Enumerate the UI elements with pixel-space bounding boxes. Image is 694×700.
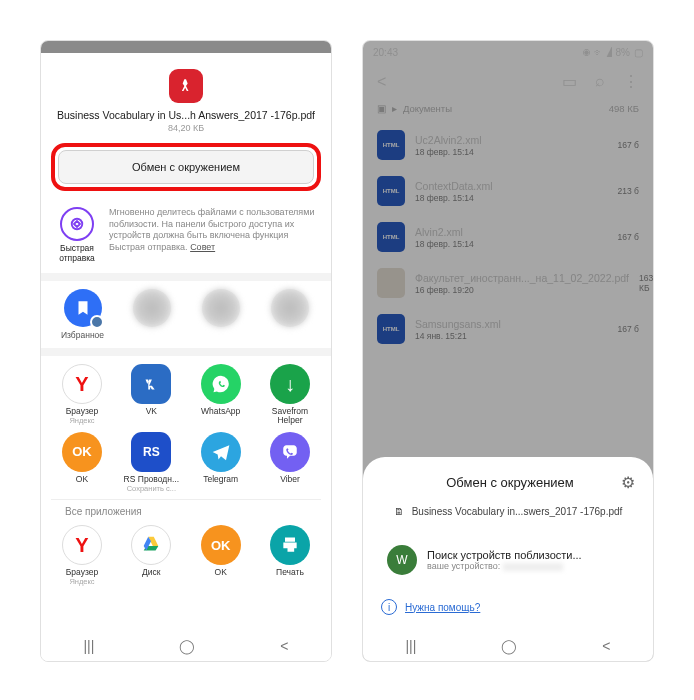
app-whatsapp[interactable]: WhatsApp [190,364,252,426]
quick-share-tip-link[interactable]: Совет [190,242,215,252]
gear-icon[interactable]: ⚙ [621,473,635,492]
nav-recents-icon[interactable]: ||| [83,638,94,654]
favorite-contact-blur[interactable] [120,289,183,340]
app-ok-2[interactable]: OKOK [190,525,252,586]
rs-icon: RS [131,432,171,472]
telegram-icon [201,432,241,472]
favorites-bookmark[interactable]: Избранное [51,289,114,340]
search-status: Поиск устройств поблизости... [427,549,582,561]
vk-icon [131,364,171,404]
help-row: i Нужна помощь? [363,591,653,623]
app-telegram[interactable]: Telegram [190,432,252,493]
apps-grid: YБраузерЯндекс VK WhatsApp ↓Savefrom Hel… [41,356,331,596]
help-link[interactable]: Нужна помощь? [405,602,480,613]
your-device: ваше устройство: [427,561,582,571]
savefrom-icon: ↓ [270,364,310,404]
app-viber[interactable]: Viber [259,432,321,493]
nearby-share-button-highlight: Обмен с окружением [51,143,321,191]
nav-back-icon[interactable]: < [602,638,610,654]
yandex-icon: Y [62,525,102,565]
app-yandex-browser[interactable]: YБраузерЯндекс [51,364,113,426]
all-apps-header: Все приложения [51,499,321,525]
device-search: W Поиск устройств поблизости... ваше уст… [363,529,653,591]
user-avatar: W [387,545,417,575]
quick-share-label: Быстрая отправка [55,243,99,263]
quick-share-row: Быстрая отправка Мгновенно делитесь файл… [41,201,331,281]
bottom-sheet-file: 🗎 Business Vocabulary in...swers_2017 -1… [363,502,653,529]
drive-icon [131,525,171,565]
file-name: Business Vocabulary in Us...h Answers_20… [55,109,317,121]
nav-recents-icon[interactable]: ||| [405,638,416,654]
nearby-highlight: Обмен с окружением [41,139,331,201]
info-icon: i [381,599,397,615]
app-google-drive[interactable]: Диск [120,525,182,586]
pdf-icon [169,69,203,103]
app-print[interactable]: Печать [259,525,321,586]
favorites-label: Избранное [61,330,104,340]
android-navbar: ||| ◯ < [363,631,653,661]
viber-icon [270,432,310,472]
nearby-share-button[interactable]: Обмен с окружением [58,150,314,184]
printer-icon [270,525,310,565]
app-ok[interactable]: OKOK [51,432,113,493]
bottom-sheet-title: Обмен с окружением [399,475,621,490]
app-vk[interactable]: VK [120,364,182,426]
document-icon: 🗎 [394,506,404,517]
share-sheet: Business Vocabulary in Us...h Answers_20… [41,53,331,596]
phone-left-share-sheet: Business Vocabulary in Us...h Answers_20… [40,40,332,662]
quick-share-icon[interactable] [60,207,94,241]
vk-badge-icon [90,315,104,329]
app-savefrom[interactable]: ↓Savefrom Helper [259,364,321,426]
whatsapp-icon [201,364,241,404]
file-size: 84,20 КБ [55,123,317,133]
nav-home-icon[interactable]: ◯ [501,638,517,654]
app-rs-explorer[interactable]: RSRS Проводн...Сохранить с... [120,432,182,493]
nav-home-icon[interactable]: ◯ [179,638,195,654]
dimmed-statusbar [41,41,331,53]
favorites-row: Избранное [41,281,331,356]
android-navbar: ||| ◯ < [41,631,331,661]
ok-icon: OK [62,432,102,472]
nav-back-icon[interactable]: < [280,638,288,654]
yandex-icon: Y [62,364,102,404]
favorite-contact-blur[interactable] [258,289,321,340]
phone-right-files: 20:43 ⦿ ᯤ ◢8%▢ < ▭ ⌕ ⋮ ▣ ▸ Документы 498… [362,40,654,662]
file-header: Business Vocabulary in Us...h Answers_20… [41,63,331,139]
favorite-contact-blur[interactable] [189,289,252,340]
ok-icon: OK [201,525,241,565]
device-name-blur [503,563,563,571]
nearby-bottom-sheet: Обмен с окружением ⚙ 🗎 Business Vocabula… [363,457,653,631]
app-yandex-browser-2[interactable]: YБраузерЯндекс [51,525,113,586]
quick-share-desc: Мгновенно делитесь файлами с пользовател… [109,207,317,254]
bookmark-icon [64,289,102,327]
